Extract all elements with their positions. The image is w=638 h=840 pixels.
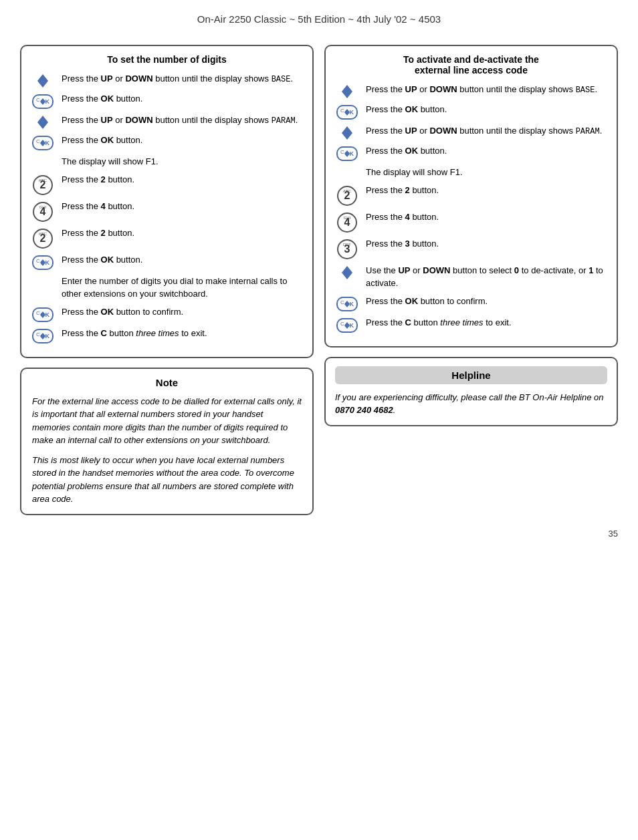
step-row: The display will show F1. [335,166,607,179]
step-text: Press the 2 button. [366,184,607,197]
ok-icon: C OK [31,134,55,150]
step-text: Press the 4 button. [62,200,303,213]
ok-icon: C OK [335,295,359,311]
step-row: Press the UP or DOWN button until the di… [31,73,303,88]
helpline-box: Helpline If you are experiencing difficu… [324,357,618,426]
step-row: ABC 2 Press the 2 button. [335,184,607,206]
step-text: Press the OK button to confirm. [62,306,303,319]
ok-icon: C OK [335,145,359,161]
left-column: To set the number of digits Press the UP… [20,45,314,515]
step-row: C OK Press the OK button to confirm. [335,295,607,311]
helpline-suffix: . [393,405,396,415]
note-title: Note [32,377,302,388]
step-text: Press the OK button. [62,93,303,106]
step-text: Press the OK button. [62,254,303,267]
step-text: Press the 2 button. [62,227,303,240]
main-content: To set the number of digits Press the UP… [20,45,618,515]
spacer [31,275,55,277]
activate-title: To activate and de-activate the external… [335,54,607,76]
step-text: Press the C button three times to exit. [366,317,607,329]
step-text: Press the OK button to confirm. [366,295,607,308]
step-row: DEF 3 Press the 3 button. [335,238,607,259]
helpline-title: Helpline [335,366,607,384]
step-row: Enter the number of digits you dial to m… [31,275,303,301]
helpline-text: If you are experiencing difficulty, plea… [335,391,607,417]
note-para-2: This is most likely to occur when you ha… [32,454,302,506]
step-text: The display will show F1. [366,166,607,179]
updown-icon [335,84,359,98]
step-row: ABC 2 Press the 2 button. [31,174,303,195]
spacer [31,156,55,157]
spacer [335,166,359,168]
step-text: Press the 3 button. [366,238,607,251]
helpline-body-text: If you are experiencing difficulty, plea… [335,392,604,402]
note-text: For the external line access code to be … [32,395,302,506]
step-row: C OK Press the C button three times to e… [335,317,607,333]
step-row: The display will show F1. [31,156,303,168]
step-row: Press the UP or DOWN button until the di… [335,125,607,140]
step-text: Press the 4 button. [366,211,607,224]
num4-icon: GHI 4 [335,211,359,233]
page-header: On-Air 2250 Classic ~ 5th Edition ~ 4th … [20,13,618,25]
note-para-1: For the external line access code to be … [32,395,302,447]
header-title: On-Air 2250 Classic ~ 5th Edition ~ 4th … [197,13,441,25]
num2-icon: ABC 2 [31,227,55,249]
step-text: Press the UP or DOWN button until the di… [366,125,607,138]
ok-icon: C OK [31,306,55,322]
step-row: GHI 4 Press the 4 button. [31,200,303,222]
step-row: Press the UP or DOWN button until the di… [335,84,607,98]
step-text: Press the 2 button. [62,174,303,186]
set-digits-title: To set the number of digits [31,54,303,65]
updown-icon [31,114,55,129]
step-text: Press the UP or DOWN button until the di… [62,73,303,86]
helpline-phone: 0870 240 4682 [335,405,393,415]
num4-icon: GHI 4 [31,200,55,222]
step-text: Press the OK button. [62,134,303,147]
updown-icon [335,265,359,279]
step-row: C OK Press the OK button. [31,134,303,150]
ok-icon: C OK [31,254,55,270]
page-number: 35 [20,529,618,539]
step-text: Press the UP or DOWN button until the di… [62,114,303,127]
updown-icon [31,73,55,88]
set-digits-box: To set the number of digits Press the UP… [20,45,314,358]
ok-icon: C OK [335,317,359,333]
step-row: GHI 4 Press the 4 button. [335,211,607,233]
ok-icon: C OK [335,104,359,120]
note-box: Note For the external line access code t… [20,368,314,515]
step-text: Use the UP or DOWN button to select 0 to… [366,265,607,290]
num2-icon: ABC 2 [31,174,55,195]
ok-icon: C OK [31,327,55,343]
step-text: Press the OK button. [366,145,607,158]
step-row: C OK Press the OK button. [31,93,303,109]
step-text: Enter the number of digits you dial to m… [62,275,303,301]
step-row: C OK Press the OK button. [31,254,303,270]
step-text: Press the OK button. [366,104,607,116]
step-row: C OK Press the OK button. [335,145,607,161]
step-text: The display will show F1. [62,156,303,168]
ok-icon: C OK [31,93,55,109]
num2-icon: ABC 2 [335,184,359,206]
step-row: Press the UP or DOWN button until the di… [31,114,303,129]
step-row: C OK Press the OK button to confirm. [31,306,303,322]
activate-box: To activate and de-activate the external… [324,45,618,347]
num3-icon: DEF 3 [335,238,359,259]
updown-icon [335,125,359,140]
step-text: Press the UP or DOWN button until the di… [366,84,607,96]
step-row: ABC 2 Press the 2 button. [31,227,303,249]
step-row: Use the UP or DOWN button to select 0 to… [335,265,607,290]
step-row: C OK Press the OK button. [335,104,607,120]
right-column: To activate and de-activate the external… [324,45,618,515]
step-text: Press the C button three times to exit. [62,327,303,340]
step-row: C OK Press the C button three times to e… [31,327,303,343]
